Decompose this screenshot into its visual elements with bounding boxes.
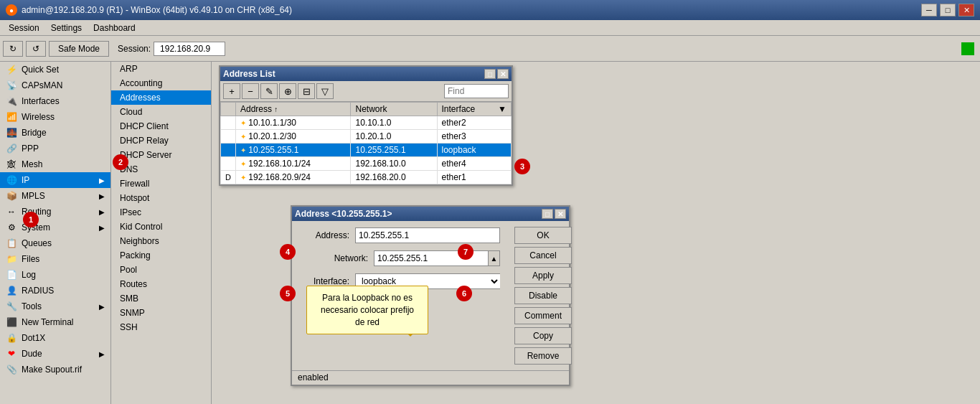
sidebar-item-ip[interactable]: 🌐 IP ▶	[0, 172, 110, 188]
addr-edit-minimize[interactable]: □	[542, 209, 553, 219]
addr-list-close[interactable]: ✕	[497, 69, 509, 79]
find-input[interactable]	[444, 84, 509, 98]
sidebar-item-system[interactable]: ⚙ System ▶	[0, 220, 110, 235]
table-row[interactable]: ✦ 192.168.10.1/24 192.168.10.0 ether4	[221, 157, 512, 171]
maximize-button[interactable]: □	[940, 4, 956, 17]
ip-icon: 🌐	[6, 174, 17, 186]
addr-edit-close[interactable]: ✕	[555, 209, 566, 219]
content-area: 1 Address List □ ✕ 3 + − ✎ ⊕ ⊟ ▽	[212, 62, 980, 404]
close-button[interactable]: ✕	[958, 4, 974, 17]
table-row-selected[interactable]: ✦ 10.255.255.1 10.255.255.1 loopback	[221, 144, 512, 157]
sidebar-item-radius[interactable]: 👤 RADIUS	[0, 283, 110, 299]
sidebar-item-capsman[interactable]: 📡 CAPsMAN	[0, 77, 110, 93]
edit-button[interactable]: ✎	[260, 83, 278, 99]
tooltip: Para la Loopback no es necesario colocar…	[306, 286, 428, 334]
tools-icon: 🔧	[6, 301, 17, 312]
status-text: enabled	[298, 372, 329, 382]
status-bar: enabled	[292, 370, 569, 385]
submenu-ssh[interactable]: SSH	[111, 320, 211, 334]
submenu-routes[interactable]: Routes	[111, 277, 211, 291]
apply-button[interactable]: Apply	[514, 267, 572, 284]
sidebar-item-routing[interactable]: ↔ Routing ▶	[0, 204, 110, 220]
submenu-accounting[interactable]: Accounting	[111, 76, 211, 90]
sidebar-item-dot1x[interactable]: 🔒 Dot1X	[0, 330, 110, 346]
menu-dashboard[interactable]: Dashboard	[88, 22, 141, 34]
app-icon: ●	[6, 4, 17, 16]
menu-session[interactable]: Session	[3, 22, 45, 34]
addr-list-minimize[interactable]: □	[484, 69, 496, 79]
ip-arrow-icon: ▶	[99, 177, 105, 184]
submenu-dhcp-relay[interactable]: DHCP Relay	[111, 133, 211, 148]
annotation-6: 6	[456, 286, 472, 301]
submenu-smb[interactable]: SMB	[111, 291, 211, 306]
sidebar-item-interfaces[interactable]: 🔌 Interfaces	[0, 93, 110, 109]
ip-submenu: ARP Accounting Addresses Cloud DHCP Clie…	[111, 62, 212, 404]
row-icon: ✦	[240, 119, 246, 127]
dude-arrow-icon: ▶	[99, 350, 105, 358]
sidebar-item-wireless[interactable]: 📶 Wireless	[0, 109, 110, 125]
cancel-button[interactable]: Cancel	[514, 247, 572, 264]
table-row[interactable]: D ✦ 192.168.20.9/24 192.168.20.0 ether1	[221, 171, 512, 184]
menu-settings[interactable]: Settings	[45, 22, 88, 34]
session-value: 192.168.20.9	[154, 42, 225, 56]
submenu-hotspot[interactable]: Hotspot	[111, 191, 211, 205]
forward-button[interactable]: ↺	[26, 41, 46, 57]
network-up-button[interactable]: ▲	[489, 250, 500, 266]
sidebar-item-bridge[interactable]: 🌉 Bridge	[0, 125, 110, 141]
mpls-icon: 📦	[6, 190, 17, 202]
submenu-ipsec[interactable]: IPsec	[111, 205, 211, 220]
sidebar-item-queues[interactable]: 📋 Queues	[0, 235, 110, 251]
copy-action-button[interactable]: Copy	[514, 327, 572, 344]
dropdown-icon[interactable]: ▼	[498, 104, 507, 114]
sidebar-item-ppp[interactable]: 🔗 PPP	[0, 141, 110, 156]
safe-mode-button[interactable]: Safe Mode	[49, 41, 109, 57]
mpls-arrow-icon: ▶	[99, 192, 105, 200]
sidebar-item-mpls[interactable]: 📦 MPLS ▶	[0, 188, 110, 204]
submenu-addresses[interactable]: Addresses	[111, 90, 211, 105]
address-edit-window: Address <10.255.255.1> □ ✕ 4 Address: 7	[291, 205, 570, 386]
back-button[interactable]: ↻	[3, 41, 23, 57]
sidebar-item-log[interactable]: 📄 Log	[0, 267, 110, 283]
submenu-snmp[interactable]: SNMP	[111, 306, 211, 320]
submenu-neighbors[interactable]: Neighbors	[111, 234, 211, 248]
sidebar-item-dude[interactable]: ❤ Dude ▶	[0, 346, 110, 362]
submenu-kid-control[interactable]: Kid Control	[111, 220, 211, 234]
filter-button[interactable]: ▽	[316, 83, 334, 99]
sidebar-item-quick-set[interactable]: ⚡ Quick Set	[0, 62, 110, 77]
network-row: Network: ▲	[292, 247, 507, 270]
address-list-title: Address List	[223, 69, 275, 79]
sort-button[interactable]: ⊟	[298, 83, 315, 99]
submenu-cloud[interactable]: Cloud	[111, 105, 211, 119]
remove-button[interactable]: −	[242, 83, 259, 99]
sidebar-item-make-supout[interactable]: 📎 Make Supout.rif	[0, 362, 110, 377]
annotation-4: 4	[280, 244, 296, 260]
th-interface: Interface ▼	[437, 103, 511, 116]
comment-button[interactable]: Comment	[514, 307, 572, 324]
submenu-pool[interactable]: Pool	[111, 263, 211, 277]
submenu-firewall[interactable]: Firewall	[111, 177, 211, 191]
submenu-dhcp-client[interactable]: DHCP Client	[111, 119, 211, 133]
sidebar-item-new-terminal[interactable]: ⬛ New Terminal	[0, 314, 110, 330]
address-table: Address ↑ Network Interface ▼ ✦ 10.10.1.…	[220, 102, 512, 184]
window-title: admin@192.168.20.9 (R1) - WinBox (64bit)…	[22, 5, 292, 15]
submenu-arp[interactable]: ARP	[111, 62, 211, 76]
disable-button[interactable]: Disable	[514, 287, 572, 304]
sidebar: ⚡ Quick Set 📡 CAPsMAN 🔌 Interfaces 📶 Wir…	[0, 62, 111, 404]
table-row[interactable]: ✦ 10.10.1.1/30 10.10.1.0 ether2	[221, 116, 512, 130]
routing-arrow-icon: ▶	[99, 208, 105, 216]
minimize-button[interactable]: ─	[921, 4, 937, 17]
copy-button[interactable]: ⊕	[279, 83, 296, 99]
add-button[interactable]: +	[223, 83, 240, 99]
address-input[interactable]	[355, 227, 500, 243]
sidebar-item-tools[interactable]: 🔧 Tools ▶	[0, 299, 110, 314]
table-row[interactable]: ✦ 10.20.1.2/30 10.20.1.0 ether3	[221, 130, 512, 144]
connection-indicator	[961, 42, 974, 55]
ok-button[interactable]: OK	[514, 227, 572, 244]
menu-bar: Session Settings Dashboard	[0, 20, 980, 36]
remove-button[interactable]: Remove	[514, 347, 572, 365]
th-network: Network	[351, 103, 437, 116]
new-terminal-icon: ⬛	[6, 316, 17, 328]
sidebar-item-files[interactable]: 📁 Files	[0, 251, 110, 267]
submenu-packing[interactable]: Packing	[111, 248, 211, 263]
sidebar-item-mesh[interactable]: 🕸 Mesh	[0, 156, 110, 172]
